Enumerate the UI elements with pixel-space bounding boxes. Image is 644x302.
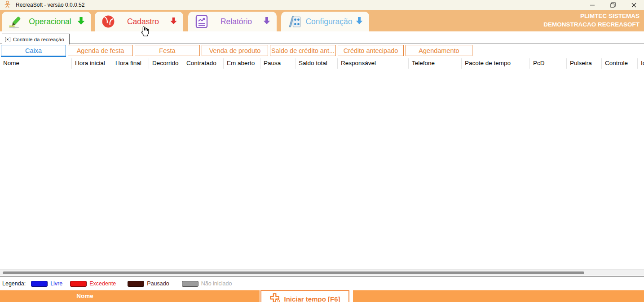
iniciar-tempo-label: Iniciar tempo [F6] [284, 292, 340, 302]
grid-body-empty [0, 69, 644, 269]
pausado-color-swatch [128, 281, 144, 287]
pausado-label: Pausado [147, 280, 169, 287]
brand-line2: DEMONSTRACAO RECREASOFT [543, 20, 640, 29]
col-telefone[interactable]: Telefone [409, 58, 462, 69]
domino-icon [287, 14, 302, 29]
footer-right-panel [353, 290, 644, 302]
horizontal-scrollbar[interactable] [0, 269, 644, 276]
configuracao-label: Configuração [302, 17, 356, 26]
col-id[interactable]: Id [638, 58, 644, 69]
subtab-festa[interactable]: Festa [135, 45, 200, 56]
title-bar: RecreaSoft - versão 0.0.0.52 [0, 0, 644, 10]
tab-close-icon[interactable]: × [5, 37, 10, 42]
col-pausa[interactable]: Pausa [260, 58, 296, 69]
subtab-caixa[interactable]: Caixa [1, 45, 66, 57]
legend-item-pausado: Pausado [128, 280, 169, 287]
configuracao-button[interactable]: Configuração [281, 12, 369, 31]
scrollbar-thumb[interactable] [3, 271, 584, 274]
col-em-aberto[interactable]: Em aberto [224, 58, 260, 69]
col-nome[interactable]: Nome [0, 58, 72, 69]
subtab-agendamento[interactable]: Agendamento [406, 45, 472, 56]
operacional-button[interactable]: Operacional [2, 12, 91, 31]
section-buttons-row: Caixa Agenda de festa Festa Venda de pro… [1, 45, 472, 58]
footer-nome-label: Nome [0, 293, 170, 299]
col-responsavel[interactable]: Responsável [338, 58, 409, 69]
report-chart-icon [194, 14, 209, 29]
nao-iniciado-color-swatch [182, 281, 198, 287]
col-saldo-total[interactable]: Saldo total [296, 58, 338, 69]
legend-item-excedente: Excedente [70, 280, 116, 287]
brand-line1: PLIMTEC SISTEMAS [543, 12, 640, 20]
close-icon[interactable] [623, 0, 644, 10]
excedente-color-swatch [70, 281, 87, 287]
restore-icon[interactable] [603, 0, 623, 10]
operacional-down-arrow-icon [77, 17, 85, 27]
col-decorrido[interactable]: Decorrido [149, 58, 183, 69]
subtab-venda-de-produto[interactable]: Venda de produto [202, 45, 268, 56]
legend-bar: Legenda: Livre Excedente Pausado Não ini… [0, 277, 644, 290]
legend-item-livre: Livre [31, 280, 62, 287]
col-controle[interactable]: Controle [602, 58, 638, 69]
gingerbread-app-icon [4, 0, 11, 10]
col-pulseira[interactable]: Pulseira [567, 58, 602, 69]
col-pacote-de-tempo[interactable]: Pacote de tempo [462, 58, 530, 69]
footer-bar: Nome Iniciar tempo [F6] [0, 290, 644, 302]
col-hora-inicial[interactable]: Hora inicial [72, 58, 112, 69]
cadastro-button[interactable]: Cadastro [95, 12, 183, 31]
iniciar-tempo-button[interactable]: Iniciar tempo [F6] [260, 290, 349, 302]
legend-title: Legenda: [2, 280, 26, 287]
footer-left-panel: Nome [0, 290, 260, 302]
brand-text: PLIMTEC SISTEMAS DEMONSTRACAO RECREASOFT [543, 12, 640, 29]
cadastro-down-arrow-icon [170, 17, 177, 26]
add-time-plus-icon [269, 293, 280, 302]
cadastro-label: Cadastro [116, 17, 170, 26]
livre-label: Livre [50, 280, 62, 287]
relatorio-button[interactable]: Relatório [188, 12, 277, 31]
highlighter-icon [8, 14, 23, 29]
document-tabstrip: × Controle da recreação [0, 31, 644, 44]
configuracao-down-arrow-icon [356, 17, 363, 26]
legend-item-nao-iniciado: Não iniciado [182, 280, 232, 287]
col-pcd[interactable]: PcD [530, 58, 567, 69]
subtab-agenda-de-festa[interactable]: Agenda de festa [68, 45, 133, 56]
tab-controle-da-recreacao[interactable]: × Controle da recreação [2, 34, 70, 44]
ball-icon [101, 14, 116, 29]
window-controls [582, 0, 644, 10]
col-hora-final[interactable]: Hora final [112, 58, 149, 69]
livre-color-swatch [31, 281, 48, 287]
excedente-label: Excedente [89, 280, 116, 287]
minimize-icon[interactable] [582, 0, 603, 10]
divider-line [0, 276, 644, 277]
col-contratado[interactable]: Contratado [183, 58, 224, 69]
tab-label: Controle da recreação [13, 37, 64, 42]
window-title: RecreaSoft - versão 0.0.0.52 [16, 2, 84, 8]
grid-header-row: Nome Hora inicial Hora final Decorrido C… [0, 58, 644, 69]
nao-iniciado-label: Não iniciado [201, 280, 232, 287]
main-toolbar: Operacional Cadastro Relatório [0, 10, 644, 31]
subtab-credito-antecipado[interactable]: Crédito antecipado [338, 45, 404, 56]
operacional-label: Operacional [23, 17, 77, 26]
relatorio-label: Relatório [209, 17, 263, 26]
relatorio-down-arrow-icon [263, 17, 270, 26]
subtab-saldo-de-credito[interactable]: Saldo de crédito ant... [270, 45, 336, 56]
